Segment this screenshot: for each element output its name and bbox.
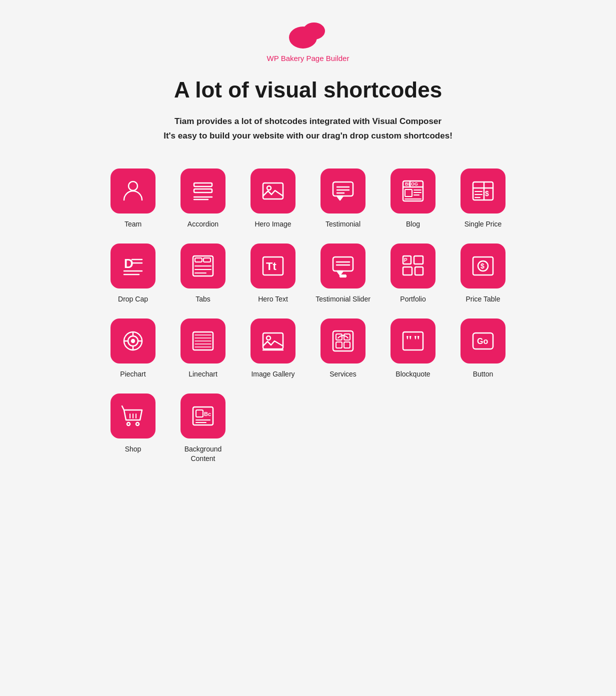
svg-text:Tt: Tt <box>266 260 276 272</box>
svg-text:P: P <box>404 258 408 263</box>
svg-text:": " <box>405 332 413 348</box>
svg-point-3 <box>128 182 138 190</box>
hero-image-icon-box[interactable] <box>250 168 296 214</box>
image-gallery-icon-box[interactable] <box>250 318 296 364</box>
svg-rect-54 <box>415 267 423 275</box>
grid-item-piechart: Piechart <box>103 318 163 378</box>
grid-item-button: Go Button <box>453 318 513 378</box>
linechart-label: Linechart <box>188 370 218 378</box>
grid-item-hero-image: Hero Image <box>243 168 303 228</box>
single-price-icon-box[interactable]: $ <box>460 168 506 214</box>
svg-text:Go: Go <box>477 337 488 346</box>
price-table-icon-box[interactable]: $ <box>460 244 506 288</box>
shop-icon-box[interactable] <box>110 394 156 438</box>
grid-item-team: Team <box>103 168 163 228</box>
svg-text:": " <box>413 332 421 348</box>
testimonial-slider-icon-box[interactable] <box>320 244 366 288</box>
logo-text: WP Bakery Page Builder <box>267 54 350 62</box>
image-gallery-icon <box>260 328 286 354</box>
blockquote-icon-box[interactable]: " " <box>390 318 436 364</box>
piechart-label: Piechart <box>120 370 146 378</box>
svg-marker-14 <box>337 196 343 200</box>
blog-icon: BLOG <box>400 178 426 204</box>
accordion-icon <box>190 178 216 204</box>
svg-point-50 <box>344 275 346 277</box>
testimonial-icon-box[interactable] <box>320 168 366 214</box>
svg-rect-44 <box>333 257 353 271</box>
testimonial-slider-icon <box>330 253 356 279</box>
svg-rect-72 <box>263 333 283 349</box>
testimonial-label: Testimonial <box>326 220 360 228</box>
svg-point-86 <box>127 422 130 426</box>
accordion-label: Accordion <box>188 220 218 228</box>
background-content-icon: Bc <box>190 403 216 429</box>
blog-label: Blog <box>406 220 420 228</box>
team-icon-box[interactable] <box>110 168 156 214</box>
portfolio-icon-box[interactable]: P <box>390 244 436 288</box>
shortcodes-grid: Team Accordion Hero Image <box>103 168 513 463</box>
testimonial-icon <box>330 178 356 204</box>
grid-item-drop-cap: D Drop Cap <box>103 244 163 304</box>
linechart-icon-box[interactable] <box>180 318 226 364</box>
hero-text-icon: Tt <box>260 253 286 279</box>
svg-point-9 <box>267 186 271 190</box>
grid-item-single-price: $ Single Price <box>453 168 513 228</box>
piechart-icon-box[interactable] <box>110 318 156 364</box>
portfolio-icon: P <box>400 253 426 279</box>
svg-rect-38 <box>204 258 210 262</box>
grid-item-shop: Shop <box>103 394 163 462</box>
grid-item-price-table: $ Price Table <box>453 244 513 304</box>
svg-marker-47 <box>337 271 343 275</box>
button-icon: Go <box>470 328 496 354</box>
svg-point-2 <box>300 44 306 48</box>
tabs-icon-box[interactable] <box>180 244 226 288</box>
drop-cap-label: Drop Cap <box>118 294 148 304</box>
grid-item-hero-text: Tt Hero Text <box>243 244 303 304</box>
svg-text:BLOG: BLOG <box>405 182 418 186</box>
testimonial-slider-label: Testimonial Slider <box>316 294 370 304</box>
grid-item-accordion: Accordion <box>173 168 233 228</box>
blockquote-icon: " " <box>400 328 426 354</box>
price-table-icon: $ <box>470 253 496 279</box>
grid-item-blockquote: " " Blockquote <box>383 318 443 378</box>
shop-label: Shop <box>125 444 142 454</box>
svg-point-87 <box>136 422 139 426</box>
blockquote-label: Blockquote <box>396 370 430 378</box>
button-label: Button <box>473 370 493 378</box>
svg-rect-53 <box>403 267 412 275</box>
svg-rect-78 <box>336 342 342 348</box>
hero-text-label: Hero Text <box>258 294 288 304</box>
svg-text:Bc: Bc <box>204 411 211 417</box>
svg-rect-4 <box>194 183 212 186</box>
portfolio-label: Portfolio <box>400 294 426 304</box>
button-icon-box[interactable]: Go <box>460 318 506 364</box>
hero-text-icon-box[interactable]: Tt <box>250 244 296 288</box>
team-icon <box>120 178 146 204</box>
logo-area: WP Bakery Page Builder <box>267 20 350 62</box>
grid-item-linechart: Linechart <box>173 318 233 378</box>
tabs-icon <box>190 253 216 279</box>
background-content-icon-box[interactable]: Bc <box>180 394 226 438</box>
grid-item-blog: BLOG Blog <box>383 168 443 228</box>
svg-rect-10 <box>333 182 353 196</box>
svg-rect-8 <box>263 183 283 199</box>
services-icon-box[interactable] <box>320 318 366 364</box>
image-gallery-label: Image Gallery <box>251 370 294 378</box>
accordion-icon-box[interactable] <box>180 168 226 214</box>
services-label: Services <box>330 370 356 378</box>
tabs-label: Tabs <box>196 294 210 304</box>
grid-item-image-gallery: Image Gallery <box>243 318 303 378</box>
drop-cap-icon-box[interactable]: D <box>110 244 156 288</box>
grid-item-services: Services <box>313 318 373 378</box>
blog-icon-box[interactable]: BLOG <box>390 168 436 214</box>
team-label: Team <box>124 220 142 228</box>
hero-image-label: Hero Image <box>254 220 291 228</box>
drop-cap-icon: D <box>120 253 146 279</box>
svg-rect-19 <box>405 190 412 196</box>
svg-point-65 <box>132 340 134 342</box>
grid-item-background-content: Bc Background Content <box>173 394 233 462</box>
svg-rect-37 <box>195 258 202 262</box>
shop-icon <box>120 403 146 429</box>
svg-text:$: $ <box>485 190 489 198</box>
logo-icon <box>288 20 328 50</box>
